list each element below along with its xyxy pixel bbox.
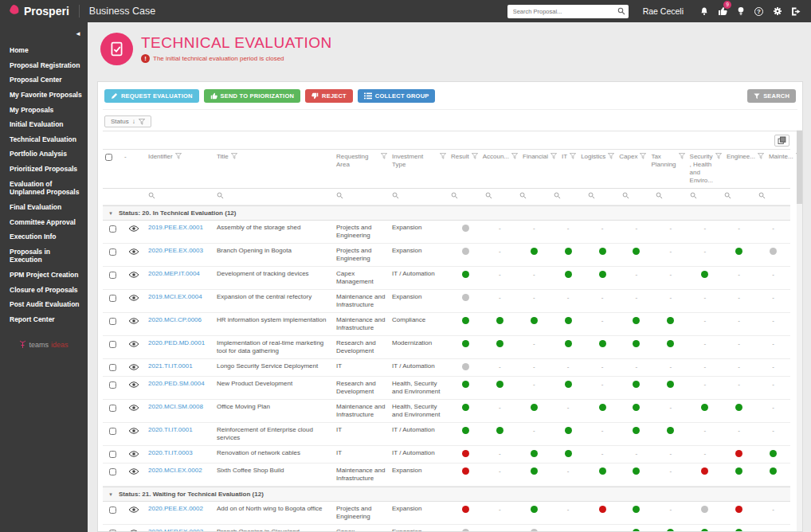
column-header-accoun[interactable]: Accoun... bbox=[480, 150, 520, 165]
sidebar-collapse-icon[interactable]: ◄ bbox=[75, 30, 81, 37]
view-eye-icon[interactable] bbox=[122, 359, 146, 376]
row-checkbox[interactable] bbox=[109, 248, 116, 256]
sidebar-item-technical-evaluation[interactable]: Technical Evaluation bbox=[0, 132, 88, 147]
column-search-capex[interactable] bbox=[620, 189, 654, 205]
view-eye-icon[interactable] bbox=[122, 400, 146, 417]
sidebar-item-ppm-project-creation[interactable]: PPM Project Creation bbox=[0, 268, 88, 283]
group-collapse-icon[interactable]: ▾ bbox=[103, 491, 119, 498]
scrollbar-thumb[interactable] bbox=[797, 131, 802, 204]
sidebar-item-home[interactable]: Home bbox=[0, 43, 88, 58]
column-header-investment-type[interactable]: Investment Type bbox=[390, 150, 449, 172]
proposal-identifier-link[interactable]: 2020.PED.SM.0004 bbox=[148, 380, 205, 387]
view-eye-icon[interactable] bbox=[122, 502, 146, 518]
sidebar-item-closure-of-proposals[interactable]: Closure of Proposals bbox=[0, 283, 88, 298]
column-search-identifier[interactable] bbox=[146, 189, 214, 205]
filter-icon[interactable] bbox=[381, 153, 387, 162]
proposal-identifier-link[interactable]: 2020.PED.MD.0001 bbox=[148, 339, 205, 346]
row-checkbox[interactable] bbox=[109, 451, 116, 458]
row-checkbox[interactable] bbox=[109, 364, 116, 371]
filter-icon[interactable] bbox=[472, 153, 478, 162]
filter-icon[interactable] bbox=[231, 153, 237, 162]
sidebar-item-final-evaluation[interactable]: Final Evaluation bbox=[0, 200, 88, 215]
column-search-result[interactable] bbox=[449, 189, 483, 205]
sidebar-item-portfolio-analysis[interactable]: Portfolio Analysis bbox=[0, 147, 88, 162]
column-search-security-health-and-enviro[interactable] bbox=[688, 189, 722, 205]
column-header-logistics[interactable]: Logistics bbox=[578, 150, 617, 165]
filter-icon[interactable] bbox=[175, 153, 182, 162]
filter-icon[interactable] bbox=[679, 153, 685, 162]
column-search-mainte[interactable] bbox=[756, 189, 790, 205]
filter-icon[interactable] bbox=[570, 153, 576, 162]
row-checkbox[interactable] bbox=[109, 405, 116, 412]
column-search-financial[interactable] bbox=[517, 189, 551, 205]
vertical-scrollbar[interactable] bbox=[797, 130, 802, 531]
filter-icon[interactable] bbox=[440, 153, 446, 162]
view-eye-icon[interactable] bbox=[122, 267, 146, 284]
group-collapse-icon[interactable]: ▾ bbox=[103, 210, 119, 217]
row-checkbox[interactable] bbox=[109, 507, 116, 514]
sidebar-item-proposal-registration[interactable]: Proposal Registration bbox=[0, 58, 88, 73]
proposal-identifier-link[interactable]: 2020.TI.IT.0003 bbox=[148, 449, 193, 456]
view-eye-icon[interactable] bbox=[122, 313, 146, 330]
sidebar-item-my-favorite-proposals[interactable]: My Favorite Proposals bbox=[0, 88, 88, 103]
filter-icon[interactable] bbox=[511, 153, 518, 162]
sidebar-item-post-audit-evaluation[interactable]: Post Audit Evaluation bbox=[0, 297, 88, 312]
search-icon[interactable] bbox=[617, 4, 625, 18]
sidebar-item-execution-info[interactable]: Execution Info bbox=[0, 229, 88, 244]
settings-gear-icon[interactable] bbox=[768, 3, 786, 19]
sidebar-item-initial-evaluation[interactable]: Initial Evaluation bbox=[0, 117, 88, 132]
filter-icon[interactable] bbox=[758, 153, 764, 162]
column-search-enginee[interactable] bbox=[722, 189, 756, 205]
reject-button[interactable]: REJECT bbox=[305, 89, 353, 103]
proposal-identifier-link[interactable]: 2020.PEE.EX.0002 bbox=[148, 505, 203, 512]
view-eye-icon[interactable] bbox=[122, 244, 146, 260]
view-eye-icon[interactable] bbox=[122, 423, 146, 440]
proposal-identifier-link[interactable]: 2019.PEE.EX.0001 bbox=[148, 224, 203, 231]
column-header-financial[interactable]: Financial bbox=[520, 150, 559, 165]
sign-out-icon[interactable] bbox=[786, 3, 805, 19]
proposal-identifier-link[interactable]: 2021.TI.IT.0001 bbox=[148, 362, 193, 370]
column-header-tax-planning[interactable]: Tax Planning bbox=[648, 150, 687, 172]
search-button[interactable]: SEARCH bbox=[747, 89, 796, 103]
group-row[interactable]: ▾Status: 21. Waiting for Technical Evalu… bbox=[103, 487, 790, 502]
filter-icon[interactable] bbox=[550, 153, 557, 162]
ideas-lightbulb-icon[interactable] bbox=[731, 3, 750, 19]
select-all-checkbox[interactable] bbox=[105, 154, 112, 161]
proposal-identifier-link[interactable]: 2020.TI.IT.0001 bbox=[148, 426, 193, 433]
column-search-accoun[interactable] bbox=[483, 189, 517, 205]
filter-icon[interactable] bbox=[715, 153, 722, 162]
proposal-identifier-link[interactable]: 2020.MCI.EX.0002 bbox=[148, 467, 202, 474]
filter-icon[interactable] bbox=[608, 153, 614, 162]
column-search-it[interactable] bbox=[551, 189, 586, 205]
view-eye-icon[interactable] bbox=[122, 290, 146, 307]
search-input[interactable] bbox=[513, 8, 617, 15]
group-row[interactable]: ▾Status: 20. In Technical Evaluation (12… bbox=[103, 205, 790, 221]
sidebar-item-prioritized-proposals[interactable]: Prioritized Proposals bbox=[0, 162, 88, 177]
column-search-requesting-area[interactable] bbox=[334, 189, 390, 205]
sort-down-icon[interactable]: ↓ bbox=[132, 118, 135, 125]
row-checkbox[interactable] bbox=[109, 468, 116, 475]
column-search-tax-planning[interactable] bbox=[653, 189, 688, 205]
sidebar-item-committee-approval[interactable]: Committee Approval bbox=[0, 215, 88, 230]
column-header-title[interactable]: Title bbox=[214, 150, 334, 165]
column-header-identifier[interactable]: Identifier bbox=[146, 150, 214, 165]
sidebar-item-proposals-in-execution[interactable]: Proposals in Execution bbox=[0, 244, 88, 268]
column-header-it[interactable]: IT bbox=[559, 150, 578, 165]
notifications-bell-icon[interactable] bbox=[695, 3, 713, 19]
row-checkbox[interactable] bbox=[109, 225, 116, 233]
user-name[interactable]: Rae Ceceli bbox=[643, 6, 684, 16]
collect-group-button[interactable]: COLLECT GROUP bbox=[358, 89, 436, 103]
request-evaluation-button[interactable]: REQUEST EVALUATION bbox=[104, 89, 199, 103]
approvals-thumb-icon[interactable]: 9 bbox=[713, 3, 731, 19]
column-header-enginee[interactable]: Enginee... bbox=[724, 150, 766, 165]
send-to-priorization-button[interactable]: SEND TO PRIORIZATION bbox=[204, 89, 300, 103]
group-chip-status[interactable]: Status ↓ bbox=[104, 115, 151, 127]
view-eye-icon[interactable] bbox=[122, 221, 146, 237]
export-copy-icon[interactable] bbox=[774, 135, 789, 147]
column-header-result[interactable]: Result bbox=[449, 150, 480, 165]
column-header-requesting-area[interactable]: Requesting Area bbox=[334, 150, 390, 172]
view-eye-icon[interactable] bbox=[122, 464, 146, 480]
proposal-identifier-link[interactable]: 2020.MCI.SM.0008 bbox=[148, 403, 203, 410]
row-checkbox[interactable] bbox=[109, 428, 116, 435]
column-search-title[interactable] bbox=[214, 189, 334, 205]
